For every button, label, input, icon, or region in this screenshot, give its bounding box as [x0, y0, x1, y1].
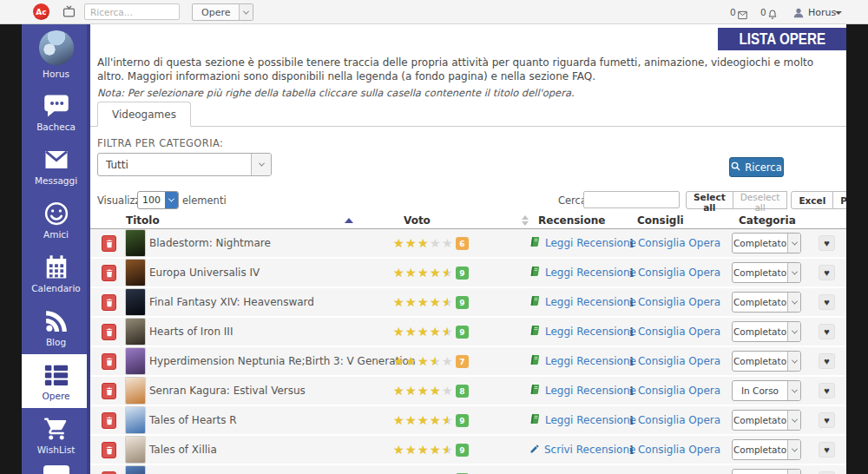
header-voto[interactable]: Voto: [404, 214, 431, 227]
category-select[interactable]: Completato: [732, 439, 801, 460]
chevron-down-icon[interactable]: [787, 352, 800, 371]
sort-asc-icon[interactable]: [345, 218, 353, 223]
chevron-down-icon[interactable]: [251, 154, 271, 175]
sidebar-profile[interactable]: Horus: [22, 24, 90, 85]
chevron-down-icon[interactable]: [787, 470, 800, 474]
review-link[interactable]: Leggi Recensione: [529, 288, 636, 316]
advice-link[interactable]: i Consiglia Opera: [629, 259, 720, 286]
advice-link[interactable]: i Consiglia Opera: [629, 406, 720, 434]
delete-button[interactable]: [102, 442, 116, 458]
review-link[interactable]: Leggi Recensione: [529, 318, 636, 346]
category-select[interactable]: Completato: [732, 410, 801, 431]
favorite-button[interactable]: ♥: [819, 265, 835, 280]
star-rating[interactable]: ★★★★★★★★★★: [393, 444, 454, 456]
title-cell[interactable]: Final Fantasy XIV: Heavensward: [149, 288, 314, 316]
page-length-select[interactable]: 100: [137, 191, 179, 209]
ricerca-button[interactable]: Ricerca: [729, 157, 784, 177]
cover-thumbnail[interactable]: [126, 407, 145, 433]
global-search-input[interactable]: [84, 3, 180, 20]
search-scope-select[interactable]: Opere: [192, 3, 253, 21]
mail-icon[interactable]: [737, 7, 748, 23]
review-link[interactable]: Leggi Recensione: [529, 229, 636, 257]
review-link[interactable]: Scrivi Recensione: [529, 465, 635, 474]
username-menu[interactable]: Horus: [808, 7, 836, 18]
header-titolo[interactable]: Titolo: [126, 214, 160, 227]
delete-button[interactable]: [102, 353, 116, 370]
deselect-all-button[interactable]: Deselect all: [733, 191, 788, 209]
sidebar-item-bacheca[interactable]: Bacheca: [22, 85, 90, 139]
chevron-down-icon[interactable]: [165, 192, 178, 208]
table-search-input[interactable]: [583, 191, 680, 208]
category-select[interactable]: Completato: [732, 469, 801, 474]
cover-thumbnail[interactable]: [126, 230, 145, 256]
chevron-down-icon[interactable]: [787, 440, 800, 459]
advice-link[interactable]: i Consiglia Opera: [629, 436, 720, 464]
delete-button[interactable]: [102, 265, 116, 281]
chevron-down-icon[interactable]: [787, 263, 800, 282]
category-select[interactable]: Completato: [732, 233, 801, 253]
category-select[interactable]: Completato: [732, 262, 801, 283]
title-cell[interactable]: Tales of Xillia: [149, 436, 217, 464]
sidebar-item-opere[interactable]: Opere: [22, 354, 90, 408]
delete-button[interactable]: [102, 383, 116, 399]
star-rating[interactable]: ★★★★★★★★★★: [393, 267, 454, 279]
chevron-down-icon[interactable]: [787, 381, 800, 400]
review-link[interactable]: Leggi Recensione: [529, 406, 636, 434]
header-recensione[interactable]: Recensione: [538, 214, 605, 227]
category-filter-select[interactable]: Tutti: [97, 153, 272, 176]
cover-thumbnail[interactable]: [126, 378, 145, 404]
chevron-down-icon[interactable]: [787, 411, 800, 430]
cover-thumbnail[interactable]: [126, 289, 145, 315]
review-link[interactable]: Scrivi Recensione: [529, 436, 635, 464]
chevron-down-icon[interactable]: [787, 322, 800, 341]
avatar[interactable]: [39, 30, 74, 65]
sidebar-item-wishlist[interactable]: WishList: [22, 408, 90, 462]
title-cell[interactable]: Senran Kagura: Estival Versus: [149, 377, 306, 405]
pdf-button[interactable]: PDF: [832, 191, 846, 209]
header-categoria[interactable]: Categoria: [739, 214, 796, 227]
favorite-button[interactable]: ♥: [819, 235, 835, 251]
favorite-button[interactable]: ♥: [819, 442, 835, 458]
chevron-down-icon[interactable]: [787, 293, 800, 312]
category-select[interactable]: Completato: [732, 351, 801, 372]
advice-link[interactable]: i Consiglia Opera: [629, 377, 720, 405]
category-select[interactable]: Completato: [732, 292, 801, 313]
sidebar-item-partial[interactable]: [22, 462, 90, 474]
site-logo[interactable]: Ac: [33, 3, 49, 20]
star-rating[interactable]: ★★★★★★★★★★: [393, 385, 454, 397]
excel-button[interactable]: Excel: [791, 191, 833, 209]
title-cell[interactable]: Europa Universalis IV: [149, 259, 260, 286]
star-rating[interactable]: ★★★★★★★★★★: [393, 355, 454, 367]
star-rating[interactable]: ★★★★★★★★★★: [393, 414, 454, 426]
star-rating[interactable]: ★★★★★★★★★★: [393, 237, 454, 249]
delete-button[interactable]: [102, 235, 116, 252]
caret-down-icon[interactable]: [835, 11, 842, 15]
review-link[interactable]: Leggi Recensione: [529, 259, 636, 286]
star-rating[interactable]: ★★★★★★★★★★: [393, 326, 454, 338]
select-all-button[interactable]: Select all: [686, 191, 733, 209]
sidebar-item-amici[interactable]: Amici: [22, 193, 90, 247]
tv-icon[interactable]: [62, 5, 76, 22]
review-link[interactable]: Leggi Recensione: [529, 347, 636, 375]
sidebar-item-blog[interactable]: Blog: [22, 300, 90, 354]
delete-button[interactable]: [102, 324, 116, 340]
advice-link[interactable]: i Consiglia Opera: [629, 288, 720, 316]
cover-thumbnail[interactable]: [126, 437, 145, 463]
star-rating[interactable]: ★★★★★★★★★★: [393, 296, 454, 308]
title-cell[interactable]: Hyperdimension Neptunia Re;Birth 3: V Ge…: [149, 347, 416, 375]
tab-videogames[interactable]: Videogames: [97, 102, 191, 127]
favorite-button[interactable]: ♥: [819, 324, 835, 339]
title-cell[interactable]: Tales of Hearts R: [149, 406, 237, 434]
advice-link[interactable]: i Consiglia Opera: [629, 229, 720, 257]
favorite-button[interactable]: ♥: [819, 294, 835, 310]
favorite-button[interactable]: ♥: [819, 353, 835, 369]
sort-both-icon[interactable]: [522, 215, 529, 226]
advice-link[interactable]: i Consiglia Opera: [629, 318, 720, 346]
chevron-down-icon[interactable]: [787, 234, 800, 253]
sidebar-item-messaggi[interactable]: Messaggi: [22, 139, 90, 193]
header-consigli[interactable]: Consigli: [637, 214, 684, 227]
cover-thumbnail[interactable]: [126, 319, 145, 345]
sidebar-item-calendario[interactable]: Calendario: [22, 247, 90, 300]
advice-link[interactable]: i Consiglia Opera: [629, 347, 720, 375]
delete-button[interactable]: [102, 412, 116, 429]
